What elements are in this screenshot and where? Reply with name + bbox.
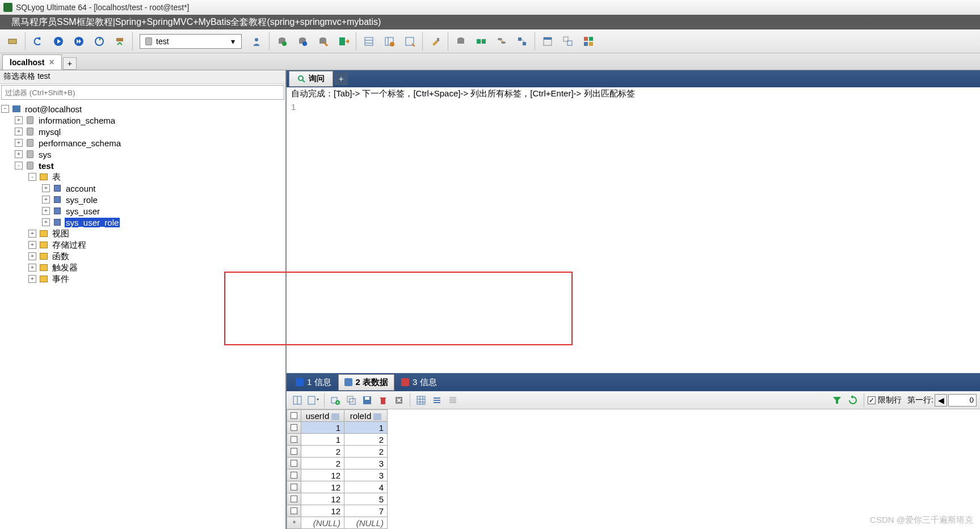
tree-table[interactable]: +sys_role bbox=[1, 194, 284, 205]
save-button[interactable] bbox=[360, 393, 375, 408]
table-row[interactable]: 11 bbox=[287, 422, 388, 434]
close-icon[interactable]: × bbox=[49, 57, 54, 67]
tree-table[interactable]: +account bbox=[1, 183, 284, 194]
cancel-button[interactable] bbox=[392, 393, 406, 408]
export-button[interactable] bbox=[334, 32, 352, 50]
sql-editor[interactable]: 1 bbox=[287, 101, 980, 373]
editor-hint: 自动完成：[Tab]-> 下一个标签，[Ctrl+Space]-> 列出所有标签… bbox=[287, 87, 980, 101]
new-connection-button[interactable] bbox=[3, 32, 22, 50]
row-checkbox[interactable] bbox=[287, 458, 301, 469]
row-checkbox[interactable] bbox=[287, 493, 301, 505]
table-row-new[interactable]: *(NULL)(NULL) bbox=[287, 517, 388, 529]
tree-root[interactable]: − root@localhost bbox=[1, 103, 284, 115]
table-row[interactable]: 127 bbox=[287, 505, 388, 517]
insert-row-dropdown[interactable] bbox=[306, 393, 321, 408]
db-tool-3[interactable] bbox=[314, 32, 332, 50]
data-grid[interactable]: userId roleId 11 12 22 23 123 124 125 12… bbox=[287, 409, 980, 529]
window-tool-2[interactable] bbox=[559, 32, 577, 50]
window-title-bar: SQLyog Ultimate 64 - [localhost/test - r… bbox=[0, 0, 980, 15]
svg-rect-38 bbox=[584, 42, 588, 46]
insert-row-button[interactable] bbox=[290, 393, 305, 408]
add-query-tab-button[interactable]: + bbox=[334, 73, 348, 85]
refresh-data-button[interactable] bbox=[846, 393, 860, 408]
grid-tool-3[interactable] bbox=[401, 32, 419, 50]
tree-folder[interactable]: +存储过程 bbox=[1, 239, 284, 251]
table-row[interactable]: 123 bbox=[287, 469, 388, 481]
svg-rect-4 bbox=[116, 38, 123, 41]
row-checkbox[interactable] bbox=[287, 481, 301, 493]
schema-tool[interactable] bbox=[513, 32, 531, 50]
add-connection-button[interactable]: + bbox=[63, 57, 77, 70]
svg-rect-0 bbox=[9, 39, 16, 44]
grid-tool-2[interactable] bbox=[380, 32, 398, 50]
tree-db[interactable]: +mysql bbox=[1, 126, 284, 137]
row-checkbox[interactable] bbox=[287, 422, 301, 434]
database-selector[interactable]: test ▾ bbox=[140, 34, 242, 49]
grid-view-button[interactable] bbox=[414, 393, 428, 408]
brush-button[interactable] bbox=[426, 32, 444, 50]
tree-db[interactable]: +performance_schema bbox=[1, 137, 284, 149]
table-row[interactable]: 23 bbox=[287, 458, 388, 469]
window-tool-3[interactable] bbox=[579, 32, 598, 50]
db-tool-1[interactable] bbox=[273, 32, 291, 50]
svg-rect-48 bbox=[350, 399, 355, 404]
table-row[interactable]: 22 bbox=[287, 446, 388, 458]
form-view-button[interactable] bbox=[430, 393, 444, 408]
row-checkbox[interactable] bbox=[287, 469, 301, 481]
query-icon bbox=[297, 75, 305, 83]
prev-page-button[interactable]: ◀ bbox=[935, 394, 947, 407]
result-tab-info[interactable]: 1 信息 bbox=[290, 375, 337, 390]
svg-rect-14 bbox=[339, 37, 345, 45]
tree-folder-tables[interactable]: -表 bbox=[1, 171, 284, 183]
query-tab[interactable]: 询问 bbox=[289, 71, 333, 87]
tree-db[interactable]: +information_schema bbox=[1, 115, 284, 126]
svg-rect-44 bbox=[308, 396, 315, 404]
tree-folder[interactable]: +事件 bbox=[1, 273, 284, 285]
row-checkbox[interactable] bbox=[287, 505, 301, 517]
db-compare-2[interactable] bbox=[472, 32, 490, 50]
undo-button[interactable] bbox=[29, 32, 47, 50]
db-compare-3[interactable] bbox=[493, 32, 511, 50]
table-row[interactable]: 125 bbox=[287, 493, 388, 505]
row-checkbox[interactable] bbox=[287, 446, 301, 458]
execute-button[interactable] bbox=[49, 32, 68, 50]
add-row-button[interactable] bbox=[328, 393, 343, 408]
duplicate-row-button[interactable] bbox=[344, 393, 359, 408]
sync-button[interactable] bbox=[111, 32, 129, 50]
delete-row-button[interactable] bbox=[376, 393, 390, 408]
tree-db[interactable]: +sys bbox=[1, 149, 284, 160]
text-view-button[interactable] bbox=[445, 393, 460, 408]
filter-button[interactable] bbox=[830, 393, 844, 408]
result-tab-data[interactable]: 2 表数据 bbox=[338, 374, 395, 391]
row-checkbox[interactable] bbox=[287, 434, 301, 446]
query-tab-label: 询问 bbox=[309, 74, 325, 84]
filter-input[interactable] bbox=[2, 86, 284, 99]
db-compare-1[interactable] bbox=[452, 32, 470, 50]
tree-table-selected[interactable]: +sys_user_role bbox=[1, 217, 284, 228]
refresh-button[interactable] bbox=[90, 32, 108, 50]
connection-tab-localhost[interactable]: localhost × bbox=[2, 54, 62, 70]
table-row[interactable]: 124 bbox=[287, 481, 388, 493]
info-icon bbox=[401, 378, 409, 386]
select-all-checkbox[interactable] bbox=[287, 410, 301, 422]
column-header-userid[interactable]: userId bbox=[301, 410, 344, 422]
svg-line-41 bbox=[302, 80, 305, 82]
window-tool-1[interactable] bbox=[539, 32, 557, 50]
first-row-input[interactable] bbox=[948, 394, 977, 407]
tree-folder[interactable]: +触发器 bbox=[1, 262, 284, 273]
db-tool-2[interactable] bbox=[293, 32, 312, 50]
result-tab-info3[interactable]: 3 信息 bbox=[396, 375, 443, 390]
tree-folder[interactable]: +函数 bbox=[1, 251, 284, 262]
tree-table[interactable]: +sys_user bbox=[1, 205, 284, 217]
execute-all-button[interactable] bbox=[70, 32, 88, 50]
video-subtitle-bar: 黑马程序员SSM框架教程|Spring+SpringMVC+MyBatis全套教… bbox=[0, 15, 980, 29]
grid-tool-1[interactable] bbox=[360, 32, 378, 50]
table-data-icon bbox=[344, 378, 352, 386]
tree-db-test[interactable]: -test bbox=[1, 160, 284, 171]
object-tree[interactable]: − root@localhost +information_schema +my… bbox=[0, 101, 285, 529]
column-header-roleid[interactable]: roleId bbox=[344, 410, 388, 422]
user-button[interactable] bbox=[247, 32, 266, 50]
table-row[interactable]: 12 bbox=[287, 434, 388, 446]
limit-rows-checkbox[interactable]: ✓ 限制行 bbox=[868, 395, 902, 405]
tree-folder[interactable]: +视图 bbox=[1, 228, 284, 239]
